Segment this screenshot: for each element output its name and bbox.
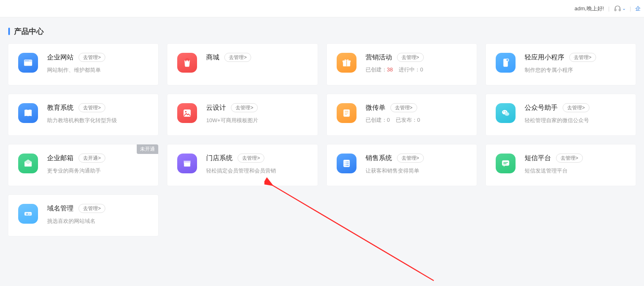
- card-flyer[interactable]: 微传单 去管理> 已创建：0 已发布：0: [327, 94, 477, 135]
- section-title-text: 产品中心: [14, 26, 44, 36]
- not-opened-badge: 未开通: [137, 144, 158, 154]
- image-icon: [177, 103, 197, 123]
- stat-value: 0: [387, 117, 390, 123]
- card-desc: 短信发送管理平台: [525, 167, 626, 175]
- card-title: 销售系统: [366, 154, 392, 163]
- card-desc: 10W+可商用模板图片: [206, 116, 307, 125]
- section-title: 产品中心: [8, 26, 636, 36]
- card-mail[interactable]: 未开通 企业邮箱 去开通> 更专业的商务沟通助手: [8, 144, 158, 186]
- card-title: 公众号助手: [525, 104, 558, 112]
- card-title: 微传单: [366, 104, 385, 112]
- stat-value: 0: [420, 66, 423, 73]
- card-website[interactable]: 企业网站 去管理> 网站制作、维护都简单: [8, 44, 158, 85]
- storefront-icon: [177, 154, 197, 173]
- svg-rect-24: [346, 162, 349, 163]
- card-desc: 助力教培机构数字化转型升级: [47, 116, 148, 125]
- card-desc: 轻松管理自家的微信公众号: [525, 116, 626, 125]
- svg-rect-27: [345, 165, 345, 166]
- card-title: 商城: [206, 53, 219, 62]
- card-title: 门店系统: [206, 154, 233, 163]
- stat-label: 已创建：: [366, 66, 387, 73]
- manage-button[interactable]: 去管理>: [556, 154, 583, 163]
- svg-point-11: [506, 59, 509, 61]
- header-divider: |: [608, 5, 609, 12]
- svg-rect-26: [346, 163, 349, 164]
- headset-icon: [614, 5, 621, 12]
- svg-point-19: [505, 112, 509, 116]
- svg-rect-1: [619, 9, 620, 11]
- header-divider: |: [630, 5, 631, 12]
- open-button[interactable]: 去开通>: [78, 154, 105, 163]
- stat-label: 已创建：: [366, 117, 387, 123]
- card-stats: 已创建：0 已发布：0: [366, 116, 467, 124]
- manage-button[interactable]: 去管理>: [78, 103, 105, 112]
- svg-text:W.=: W.=: [26, 213, 31, 215]
- card-wechat[interactable]: 公众号助手 去管理> 轻松管理自家的微信公众号: [486, 94, 636, 135]
- card-title: 企业邮箱: [47, 154, 74, 163]
- card-sms[interactable]: 短信平台 去管理> 短信发送管理平台: [486, 144, 636, 186]
- stat-label: 已发布：: [396, 117, 417, 123]
- stat-value: 38: [387, 66, 393, 73]
- card-title: 短信平台: [525, 154, 551, 163]
- svg-rect-15: [345, 111, 348, 112]
- manage-button[interactable]: 去管理>: [238, 154, 264, 163]
- svg-point-20: [503, 111, 504, 112]
- svg-point-4: [25, 60, 26, 61]
- card-sales[interactable]: 销售系统 去管理> 让获客和销售变得简单: [327, 144, 477, 186]
- svg-rect-28: [346, 165, 349, 166]
- domain-tag-icon: W.=: [18, 204, 38, 224]
- svg-rect-17: [345, 114, 347, 115]
- manage-button[interactable]: 去管理>: [390, 103, 417, 112]
- card-title: 轻应用小程序: [525, 53, 564, 62]
- phone-app-icon: [496, 53, 516, 73]
- support-dropdown[interactable]: ⌄: [614, 5, 626, 12]
- manage-button[interactable]: 去管理>: [78, 53, 105, 62]
- chevron-down-icon: ⌄: [622, 6, 626, 11]
- card-title: 云设计: [206, 104, 226, 112]
- mail-icon: [18, 154, 38, 173]
- card-marketing[interactable]: 营销活动 去管理> 已创建：38 进行中：0: [327, 44, 477, 85]
- card-mall[interactable]: 商城 去管理>: [167, 44, 317, 85]
- svg-rect-9: [346, 61, 347, 66]
- stat-label: 进行中：: [399, 66, 420, 73]
- top-header: adm,晚上好! | ⌄ | 企: [0, 0, 644, 17]
- wechat-icon: [496, 103, 516, 123]
- manage-button[interactable]: 去管理>: [397, 154, 424, 163]
- svg-point-13: [185, 111, 186, 112]
- book-icon: [18, 103, 38, 123]
- card-title: 教育系统: [47, 104, 74, 112]
- gift-icon: [337, 53, 356, 73]
- manage-button[interactable]: 去管理>: [231, 103, 258, 112]
- manage-button[interactable]: 去管理>: [569, 53, 596, 62]
- manage-button[interactable]: 去管理>: [78, 204, 105, 213]
- svg-point-6: [28, 60, 29, 61]
- card-title: 域名管理: [47, 204, 74, 213]
- list-doc-icon: [337, 154, 356, 173]
- card-desc: 网站制作、维护都简单: [47, 66, 148, 75]
- svg-point-5: [26, 60, 27, 61]
- card-desc: 制作您的专属小程序: [525, 66, 626, 75]
- manage-button[interactable]: 去管理>: [397, 53, 424, 62]
- page-content: 产品中心 企业网站 去管理> 网站制作、维护都简单 商城: [0, 17, 644, 253]
- flyer-page-icon: [337, 103, 356, 123]
- stat-value: 0: [417, 117, 420, 123]
- card-desc: 轻松搞定会员管理和会员营销: [206, 167, 307, 175]
- svg-rect-0: [615, 9, 616, 11]
- card-store[interactable]: 门店系统 去管理> 轻松搞定会员管理和会员营销: [167, 144, 317, 186]
- greeting-text: adm,晚上好!: [575, 5, 604, 12]
- card-stats: 已创建：38 进行中：0: [366, 66, 467, 73]
- manage-button[interactable]: 去管理>: [224, 53, 251, 62]
- svg-rect-30: [503, 162, 508, 163]
- manage-button[interactable]: 去管理>: [563, 103, 589, 112]
- card-domain[interactable]: W.= 域名管理 去管理> 挑选喜欢的网站域名: [8, 195, 158, 236]
- card-edu[interactable]: 教育系统 去管理> 助力教培机构数字化转型升级: [8, 94, 158, 135]
- card-miniapp[interactable]: 轻应用小程序 去管理> 制作您的专属小程序: [486, 44, 636, 85]
- svg-rect-23: [345, 162, 345, 163]
- chat-bubble-icon: [496, 154, 516, 173]
- card-title: 营销活动: [366, 53, 392, 62]
- card-design[interactable]: 云设计 去管理> 10W+可商用模板图片: [167, 94, 317, 135]
- header-link[interactable]: 企: [635, 5, 641, 12]
- svg-rect-29: [502, 160, 509, 165]
- card-desc: 挑选喜欢的网站域名: [47, 217, 148, 226]
- svg-rect-31: [503, 163, 506, 164]
